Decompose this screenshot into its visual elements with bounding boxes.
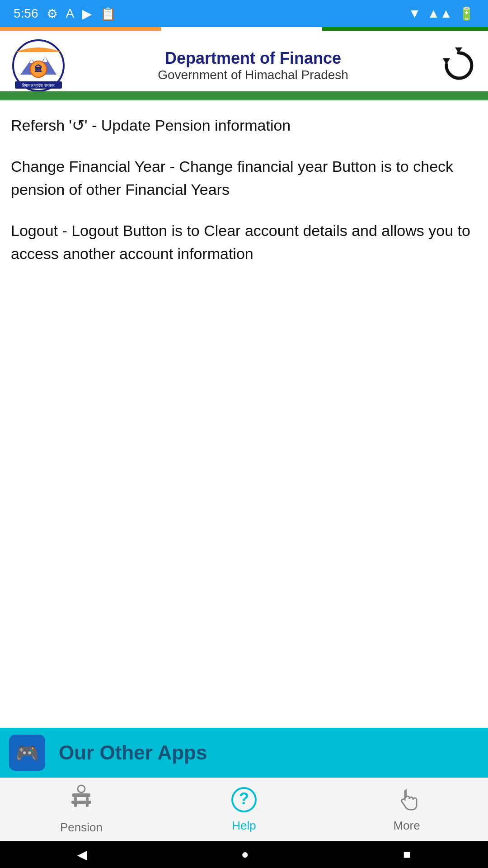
- help-label: Help: [232, 819, 256, 833]
- logout-description: Logout - Logout Button is to Clear accou…: [11, 219, 477, 265]
- svg-point-14: [78, 785, 85, 793]
- department-name: Department of Finance: [68, 49, 438, 68]
- time-display: 5:56: [14, 6, 38, 21]
- svg-text:🏛: 🏛: [34, 64, 42, 74]
- back-button[interactable]: ◀: [77, 847, 87, 862]
- nav-tab-help[interactable]: ? Help: [163, 778, 325, 841]
- header-green-bar: [0, 91, 488, 99]
- play-icon: ▶: [82, 6, 92, 21]
- help-item-change-year: Change Financial Year - Change financial…: [11, 155, 477, 201]
- status-right: ▼ ▲▲ 🔋: [408, 6, 474, 21]
- android-nav-bar: ◀ ● ■: [0, 841, 488, 868]
- refresh-description: Refersh '↺' - Update Pension information: [11, 114, 477, 137]
- logo: 🏛 हिमाचल प्रदेश सरकार: [9, 36, 68, 95]
- pension-icon: [68, 784, 95, 817]
- nav-tab-more[interactable]: More: [325, 778, 488, 841]
- help-icon: ?: [230, 786, 258, 815]
- svg-rect-13: [71, 801, 91, 804]
- more-icon: [393, 786, 420, 815]
- svg-marker-8: [443, 58, 450, 65]
- header-title-block: Department of Finance Government of Hima…: [68, 44, 438, 82]
- help-item-logout: Logout - Logout Button is to Clear accou…: [11, 219, 477, 265]
- home-button[interactable]: ●: [241, 847, 249, 862]
- battery-icon: 🔋: [459, 6, 474, 21]
- svg-text:हिमाचल प्रदेश सरकार: हिमाचल प्रदेश सरकार: [22, 83, 55, 88]
- recent-button[interactable]: ■: [403, 847, 411, 862]
- wifi-icon: ▼: [408, 6, 421, 21]
- government-name: Government of Himachal Pradesh: [68, 68, 438, 82]
- svg-text:?: ?: [239, 789, 249, 808]
- other-apps-banner[interactable]: 🎮 Our Other Apps: [0, 728, 488, 778]
- app-header: 🏛 हिमाचल प्रदेश सरकार Department of Fina…: [0, 27, 488, 100]
- settings-icon: ⚙: [47, 6, 58, 21]
- text-icon: A: [66, 6, 75, 21]
- other-apps-label: Our Other Apps: [54, 740, 211, 766]
- help-item-refresh: Refersh '↺' - Update Pension information: [11, 114, 477, 137]
- bottom-navigation: Pension ? Help More: [0, 778, 488, 841]
- change-year-description: Change Financial Year - Change financial…: [11, 155, 477, 201]
- nav-tab-pension[interactable]: Pension: [0, 778, 163, 841]
- clipboard-icon: 📋: [100, 6, 116, 21]
- status-bar: 5:56 ⚙ A ▶ 📋 ▼ ▲▲ 🔋: [0, 0, 488, 27]
- refresh-button[interactable]: [438, 45, 479, 86]
- main-content: Refersh '↺' - Update Pension information…: [0, 100, 488, 297]
- logo-svg: 🏛 हिमाचल प्रदेश सरकार: [11, 38, 66, 93]
- status-left: 5:56 ⚙ A ▶ 📋: [14, 6, 116, 21]
- pension-label: Pension: [60, 821, 103, 835]
- other-apps-icon: 🎮: [9, 735, 45, 771]
- signal-icon: ▲▲: [427, 6, 452, 21]
- more-label: More: [393, 819, 420, 833]
